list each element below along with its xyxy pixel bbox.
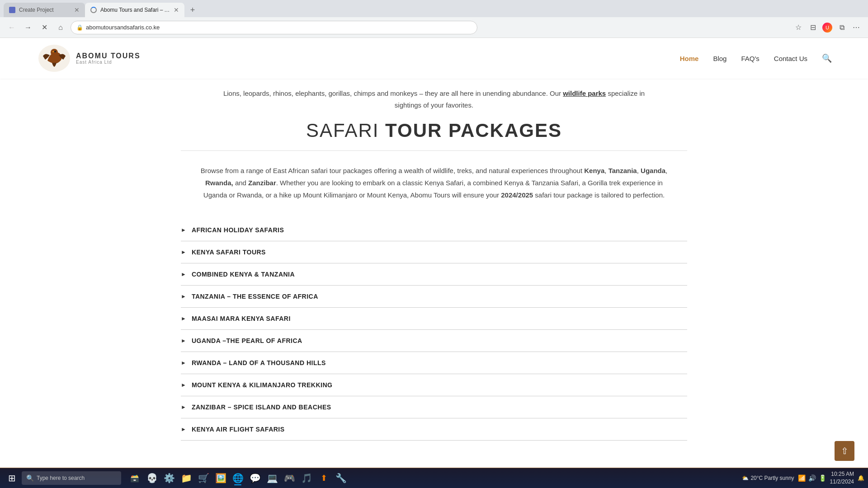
taskbar-app-photos[interactable]: 🖼️ — [212, 470, 229, 486]
nav-link-home[interactable]: Home — [680, 55, 699, 62]
taskbar-app-game[interactable]: 🎮 — [281, 470, 297, 486]
taskbar-app-settings[interactable]: ⚙️ — [161, 470, 177, 486]
title-bold: TOUR PACKAGES — [385, 120, 562, 141]
description-text: Browse from a range of East African safa… — [199, 164, 669, 201]
address-text: abomutoursandsafaris.co.ke — [86, 24, 160, 31]
menu-button[interactable]: ⋯ — [850, 21, 863, 34]
taskbar-app-fileexplorer[interactable]: 📁 — [178, 470, 194, 486]
taskbar-app-store[interactable]: 🛒 — [195, 470, 212, 486]
reload-button[interactable]: ✕ — [38, 21, 51, 34]
main-content: Lions, leopards, rhinos, elephants, gori… — [163, 79, 705, 459]
back-button[interactable]: ← — [5, 21, 18, 34]
weather-icon: ⛅ — [742, 475, 749, 481]
taskbar-app-edge[interactable]: 🌐 — [230, 470, 246, 486]
network-icon[interactable]: 📶 — [798, 474, 806, 482]
taskbar-app-media[interactable]: 🎵 — [298, 470, 315, 486]
extensions-button[interactable]: ⧉ — [835, 21, 848, 34]
nav-item-blog[interactable]: Blog — [713, 55, 726, 62]
taskbar-app-taskview[interactable]: 🗃️ — [127, 470, 143, 486]
site-header: ABOMU TOURS East Africa Ltd Home Blog FA… — [0, 38, 868, 79]
logo-text-area: ABOMU TOURS East Africa Ltd — [76, 52, 141, 65]
logo-tagline: East Africa Ltd — [76, 60, 141, 65]
accordion-arrow-3: ► — [181, 293, 186, 300]
tab-bar: Create Project ✕ Abomu Tours and Safari … — [0, 0, 868, 17]
taskbar-app-skull[interactable]: 💀 — [144, 470, 160, 486]
start-button[interactable]: ⊞ — [4, 470, 20, 486]
site-logo — [36, 42, 72, 74]
tab-close-button[interactable]: ✕ — [74, 6, 80, 14]
new-tab-button[interactable]: + — [186, 4, 199, 16]
search-icon[interactable]: 🔍 — [822, 54, 832, 63]
intro-text-before: Lions, leopards, rhinos, elephants, gori… — [223, 89, 561, 97]
accordion-label-5: UGANDA –THE PEARL OF AFRICA — [192, 337, 302, 344]
accordion-arrow-8: ► — [181, 404, 186, 410]
address-bar[interactable]: 🔒 abomutoursandsafaris.co.ke — [71, 21, 477, 34]
nav-item-search[interactable]: 🔍 — [822, 53, 832, 63]
bookmark-button[interactable]: ☆ — [792, 21, 805, 34]
accordion-label-2: COMBINED KENYA & TANZANIA — [192, 271, 295, 278]
weather-text: 20°C Partly sunny — [750, 475, 794, 481]
svg-point-2 — [54, 51, 56, 52]
accordion-item-9[interactable]: ► KENYA AIR FLIGHT SAFARIS — [181, 418, 687, 441]
accordion-arrow-7: ► — [181, 382, 186, 388]
clock-time: 10:25 AM — [830, 470, 854, 478]
notification-icon[interactable]: 🔔 — [858, 475, 864, 481]
accordion-item-8[interactable]: ► ZANZIBAR – SPICE ISLAND AND BEACHES — [181, 396, 687, 418]
tab-abomu[interactable]: Abomu Tours and Safari – Abom... ✕ — [85, 3, 184, 17]
accordion-label-8: ZANZIBAR – SPICE ISLAND AND BEACHES — [192, 404, 331, 411]
collections-button[interactable]: ⊟ — [807, 21, 819, 34]
nav-link-faq[interactable]: FAQ's — [741, 55, 759, 62]
accordion-item-7[interactable]: ► MOUNT KENYA & KILIMANJARO TREKKING — [181, 374, 687, 396]
taskbar-app-list: 🗃️ 💀 ⚙️ 📁 🛒 🖼️ 🌐 💬 💻 🎮 🎵 — [127, 470, 349, 486]
accordion-item-1[interactable]: ► KENYA SAFARI TOURS — [181, 241, 687, 263]
battery-icon[interactable]: 🔋 — [819, 474, 826, 482]
logo-area: ABOMU TOURS East Africa Ltd — [36, 42, 141, 74]
tab-close-button[interactable]: ✕ — [174, 6, 179, 14]
weather-display: ⛅ 20°C Partly sunny — [742, 475, 794, 481]
section-title: SAFARI TOUR PACKAGES — [181, 120, 687, 141]
accordion-item-3[interactable]: ► TANZANIA – THE ESSENCE OF AFRICA — [181, 286, 687, 308]
nav-link-contact[interactable]: Contact Us — [774, 55, 807, 62]
nav-item-faq[interactable]: FAQ's — [741, 55, 759, 62]
taskbar-app-filezilla[interactable]: ⬆ — [316, 470, 332, 486]
wildlife-parks-link[interactable]: wildlife parks — [563, 89, 606, 97]
accordion-label-6: RWANDA – LAND OF A THOUSAND HILLS — [192, 359, 326, 366]
accordion-item-0[interactable]: ► AFRICAN HOLIDAY SAFARIS — [181, 219, 687, 241]
accordion-label-1: KENYA SAFARI TOURS — [192, 249, 266, 256]
title-divider — [181, 150, 687, 151]
accordion-arrow-2: ► — [181, 271, 186, 277]
scroll-to-top-button[interactable]: ⇧ — [835, 441, 854, 461]
taskbar-search-box[interactable]: 🔍 Type here to search — [22, 471, 121, 485]
tab-create-project[interactable]: Create Project ✕ — [4, 3, 85, 17]
taskbar-clock[interactable]: 10:25 AM 11/2/2024 — [830, 470, 854, 486]
nav-item-contact[interactable]: Contact Us — [774, 55, 807, 62]
profile-button[interactable]: U — [821, 21, 834, 34]
nav-item-home[interactable]: Home — [680, 55, 699, 62]
accordion-arrow-0: ► — [181, 227, 186, 233]
accordion-item-2[interactable]: ► COMBINED KENYA & TANZANIA — [181, 263, 687, 286]
accordion-arrow-4: ► — [181, 315, 186, 322]
accordion-item-4[interactable]: ► MAASAI MARA KENYA SAFARI — [181, 308, 687, 330]
user-avatar: U — [822, 23, 832, 33]
taskbar-app-terminal[interactable]: 💻 — [264, 470, 280, 486]
main-nav: Home Blog FAQ's Contact Us 🔍 — [680, 53, 832, 63]
volume-icon[interactable]: 🔊 — [808, 474, 816, 482]
browser-window: Create Project ✕ Abomu Tours and Safari … — [0, 0, 868, 488]
taskbar-system-icons: 📶 🔊 🔋 — [798, 474, 826, 482]
accordion-label-4: MAASAI MARA KENYA SAFARI — [192, 315, 291, 322]
accordion-item-6[interactable]: ► RWANDA – LAND OF A THOUSAND HILLS — [181, 352, 687, 374]
home-button[interactable]: ⌂ — [54, 21, 67, 34]
accordion-arrow-1: ► — [181, 249, 186, 255]
accordion-label-7: MOUNT KENYA & KILIMANJARO TREKKING — [192, 381, 333, 389]
nav-link-blog[interactable]: Blog — [713, 55, 726, 62]
accordion-item-5[interactable]: ► UGANDA –THE PEARL OF AFRICA — [181, 330, 687, 352]
clock-date: 11/2/2024 — [830, 478, 854, 486]
taskbar-search-icon: 🔍 — [26, 474, 34, 482]
tab-label: Abomu Tours and Safari – Abom... — [100, 7, 170, 13]
taskbar-app-extra[interactable]: 🔧 — [333, 470, 349, 486]
lock-icon: 🔒 — [76, 24, 83, 31]
forward-button[interactable]: → — [22, 21, 34, 34]
taskbar-app-discord[interactable]: 💬 — [247, 470, 263, 486]
tab-favicon — [9, 7, 15, 13]
address-bar-row: ← → ✕ ⌂ 🔒 abomutoursandsafaris.co.ke ☆ ⊟… — [0, 17, 868, 38]
